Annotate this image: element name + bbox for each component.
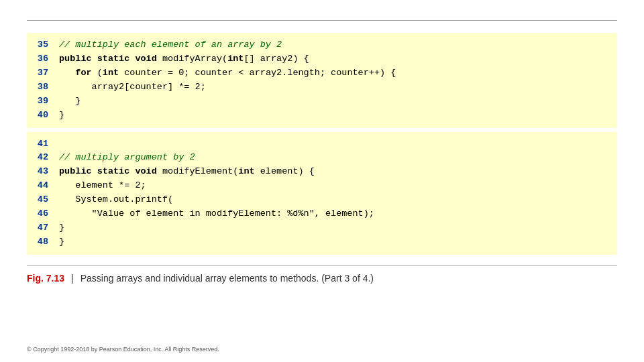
code-content-1: // multiply each element of an array by …: [59, 38, 396, 123]
code-section: 35 36 37 38 39 40 // multiply each eleme…: [27, 33, 617, 259]
code-block-2: 41 42 43 44 45 46 47 48 // multiply argu…: [27, 132, 617, 255]
line-num-36: 36: [32, 52, 48, 66]
line-num-41: 41: [32, 137, 48, 152]
line-num-37: 37: [32, 66, 48, 80]
line-numbers-1: 35 36 37 38 39 40: [32, 38, 59, 123]
page-container: 35 36 37 38 39 40 // multiply each eleme…: [0, 0, 644, 362]
line-num-35: 35: [32, 38, 48, 52]
code-block-1: 35 36 37 38 39 40 // multiply each eleme…: [27, 33, 617, 128]
caption-line: Fig. 7.13 | Passing arrays and individua…: [27, 273, 617, 284]
caption-fig-label: Fig. 7.13: [27, 273, 64, 284]
caption-text: Passing arrays and individual array elem…: [80, 273, 374, 284]
line-num-46: 46: [32, 207, 48, 221]
caption-separator: |: [71, 273, 74, 284]
line-num-43: 43: [32, 165, 48, 179]
line-num-47: 47: [32, 221, 48, 235]
line-num-39: 39: [32, 95, 48, 109]
line-num-38: 38: [32, 80, 48, 95]
line-num-42: 42: [32, 151, 48, 165]
top-rule: [27, 20, 617, 21]
copyright-text: © Copyright 1992-2018 by Pearson Educati…: [27, 346, 219, 353]
line-num-44: 44: [32, 179, 48, 193]
line-numbers-2: 41 42 43 44 45 46 47 48: [32, 137, 59, 249]
line-num-45: 45: [32, 193, 48, 207]
line-num-48: 48: [32, 235, 48, 249]
bottom-rule: [27, 265, 617, 266]
line-num-40: 40: [32, 109, 48, 123]
code-content-2: // multiply argument by 2 public static …: [59, 137, 374, 249]
